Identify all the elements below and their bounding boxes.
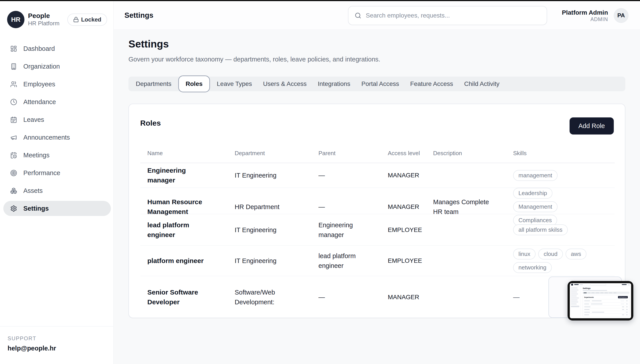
mini-page-title: Settings xyxy=(583,287,629,290)
locked-label: Locked xyxy=(81,16,101,23)
skill-tag: linux xyxy=(513,248,536,260)
add-role-button[interactable]: Add Role xyxy=(570,118,614,134)
top-header: Settings Platform Admin ADMIN PA xyxy=(114,1,640,30)
sidebar-item-settings[interactable]: Settings xyxy=(3,201,111,216)
user-cluster[interactable]: Platform Admin ADMIN PA xyxy=(562,1,628,30)
user-role-badge: ADMIN xyxy=(562,16,608,22)
roles-table: Name Department Parent Access level Desc… xyxy=(140,144,615,318)
skill-tag: aws xyxy=(566,248,586,260)
target-icon xyxy=(10,170,17,176)
support-label: SUPPORT xyxy=(8,335,106,342)
table-row: Human Resource Management HR Department … xyxy=(140,188,615,214)
tab-integrations[interactable]: Integrations xyxy=(312,80,356,88)
tab-roles[interactable]: Roles xyxy=(178,76,210,92)
header-title: Settings xyxy=(124,11,153,20)
locked-badge[interactable]: Locked xyxy=(67,14,107,26)
skill-tag: Management xyxy=(513,201,558,212)
dashboard-icon xyxy=(10,45,17,52)
gear-icon xyxy=(10,205,17,212)
search-box[interactable] xyxy=(348,6,547,25)
sidebar-item-meetings[interactable]: Meetings xyxy=(3,148,111,163)
sidebar-item-employees[interactable]: Employees xyxy=(3,76,111,92)
brand-block: HR People HR Platform Locked xyxy=(0,1,113,28)
sidebar-item-dashboard[interactable]: Dashboard xyxy=(3,41,111,56)
skill-tag: all platform skilss xyxy=(513,224,568,235)
window-top-edge xyxy=(0,0,640,1)
settings-tabbar: Departments Roles Leave Types Users & Ac… xyxy=(128,76,625,91)
app-window: HR People HR Platform Locked Dashboard O… xyxy=(0,0,640,364)
table-row: Senior Software Developer Software/Web D… xyxy=(140,276,615,318)
table-header-row: Name Department Parent Access level Desc… xyxy=(140,144,615,163)
tab-child-activity[interactable]: Child Activity xyxy=(459,80,505,88)
brand-subtitle: HR Platform xyxy=(28,20,60,27)
mini-search xyxy=(590,284,606,286)
mini-main: Settings Departments Add Department xyxy=(581,286,631,318)
tab-departments[interactable]: Departments xyxy=(130,80,177,88)
sidebar-item-organization[interactable]: Organization xyxy=(3,59,111,74)
megaphone-icon xyxy=(10,134,17,141)
users-icon xyxy=(10,81,17,88)
brand-name: People xyxy=(28,12,60,20)
calendar-icon xyxy=(10,116,17,123)
brand-logo: HR xyxy=(7,11,25,28)
mini-sidebar xyxy=(570,286,581,318)
sidebar-item-label: Settings xyxy=(23,205,49,212)
sidebar-item-label: Employees xyxy=(23,80,55,88)
tab-users-access[interactable]: Users & Access xyxy=(258,80,312,88)
sidebar-item-label: Organization xyxy=(23,63,60,70)
boxes-icon xyxy=(10,187,17,194)
mini-logo xyxy=(571,284,573,286)
search-input[interactable] xyxy=(366,12,540,19)
sidebar-item-label: Performance xyxy=(23,169,60,177)
sidebar-item-announcements[interactable]: Announcements xyxy=(3,130,111,145)
skill-tag: networking xyxy=(513,262,552,273)
tab-portal-access[interactable]: Portal Access xyxy=(356,80,405,88)
col-header-skills: Skills xyxy=(506,150,615,157)
col-header-name: Name xyxy=(140,150,228,157)
mini-card: Departments Add Department xyxy=(583,295,629,317)
skill-tag: management xyxy=(513,170,558,181)
sidebar-item-label: Announcements xyxy=(23,134,70,141)
tab-leave-types[interactable]: Leave Types xyxy=(211,80,258,88)
col-header-access: Access level xyxy=(381,150,426,157)
sidebar-item-label: Assets xyxy=(23,187,43,194)
sidebar-item-performance[interactable]: Performance xyxy=(3,165,111,180)
sidebar: HR People HR Platform Locked Dashboard O… xyxy=(0,1,114,364)
skill-tag: Compliances xyxy=(513,215,557,226)
support-email[interactable]: help@people.hr xyxy=(8,345,106,352)
mini-add-button: Add Department xyxy=(618,296,628,298)
sidebar-item-label: Leaves xyxy=(23,116,44,124)
roles-card-title: Roles xyxy=(140,119,161,128)
sidebar-item-attendance[interactable]: Attendance xyxy=(3,94,111,110)
search-icon xyxy=(355,12,361,19)
mini-tabbar xyxy=(583,292,629,294)
col-header-parent: Parent xyxy=(311,150,381,157)
skill-tag: Leadership xyxy=(513,188,552,199)
avatar[interactable]: PA xyxy=(614,8,628,23)
page-title: Settings xyxy=(128,38,169,50)
building-icon xyxy=(10,63,17,70)
support-block: SUPPORT help@people.hr xyxy=(0,326,113,364)
calendar-clock-icon xyxy=(10,152,17,159)
screenshot-thumbnail[interactable]: Settings Departments Add Department xyxy=(568,281,633,320)
table-row: Engineering manager IT Engineering — MAN… xyxy=(140,163,615,188)
col-header-department: Department xyxy=(228,150,311,157)
sidebar-item-label: Meetings xyxy=(23,152,50,159)
col-header-description: Description xyxy=(426,150,506,157)
sidebar-item-leaves[interactable]: Leaves xyxy=(3,112,111,127)
mini-header xyxy=(570,283,631,286)
sidebar-item-assets[interactable]: Assets xyxy=(3,183,111,198)
user-name: Platform Admin xyxy=(562,9,608,16)
skill-tag: cloud xyxy=(538,248,563,260)
mini-card-title: Departments xyxy=(584,296,594,298)
tab-feature-access[interactable]: Feature Access xyxy=(405,80,459,88)
clock-icon xyxy=(10,98,17,106)
sidebar-nav: Dashboard Organization Employees Attenda… xyxy=(3,41,111,218)
page-subtitle: Govern your workforce taxonomy — departm… xyxy=(128,56,380,63)
sidebar-item-label: Attendance xyxy=(23,98,56,106)
sidebar-item-label: Dashboard xyxy=(23,45,55,52)
lock-icon xyxy=(73,17,79,22)
table-row: platform engineer IT Engineering lead pl… xyxy=(140,246,615,276)
